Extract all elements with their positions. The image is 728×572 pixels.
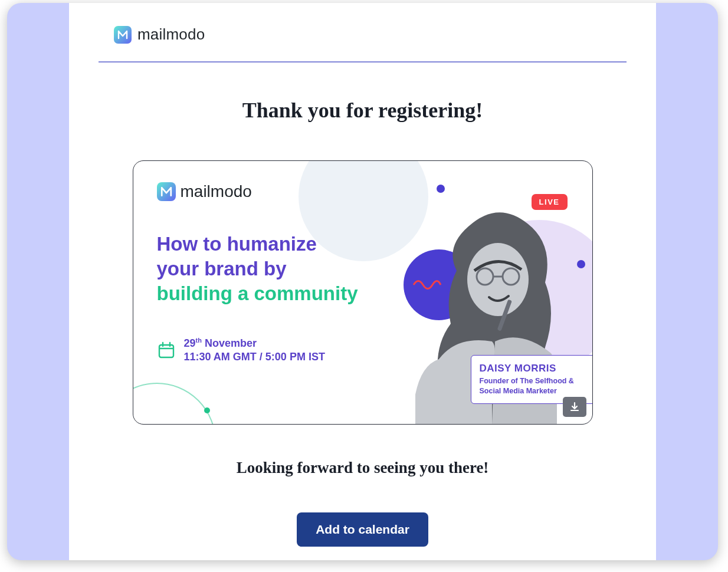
- add-to-calendar-button[interactable]: Add to calendar: [297, 512, 428, 547]
- brand-name: mailmodo: [137, 25, 205, 44]
- event-title: How to humanize your brand by building a…: [157, 232, 405, 307]
- event-time: 11:30 AM GMT / 5:00 PM IST: [184, 350, 325, 364]
- promo-brand: mailmodo: [157, 182, 569, 201]
- event-title-line: your brand by: [157, 257, 405, 281]
- event-date-day: 29: [184, 337, 196, 349]
- download-button[interactable]: [563, 397, 586, 417]
- sub-headline: Looking forward to seeing you there!: [99, 459, 627, 477]
- outer-frame: mailmodo Thank you for registering!: [7, 3, 718, 560]
- event-date-month: November: [202, 337, 257, 349]
- speaker-name: DAISY MORRIS: [480, 363, 587, 374]
- event-promo-card: mailmodo How to humanize your brand by b…: [133, 160, 593, 425]
- calendar-icon: [157, 341, 176, 360]
- event-date-text: 29th November 11:30 AM GMT / 5:00 PM IST: [184, 336, 325, 364]
- event-date-ord: th: [196, 337, 202, 344]
- download-icon: [569, 402, 580, 412]
- header-divider: [99, 61, 627, 63]
- email-body: mailmodo Thank you for registering!: [69, 3, 656, 560]
- speaker-role: Founder of The Selfhood & Social Media M…: [480, 376, 587, 396]
- promo-content: mailmodo How to humanize your brand by b…: [133, 161, 592, 424]
- brand-header: mailmodo: [114, 25, 627, 44]
- mailmodo-logo-icon: [114, 26, 132, 44]
- page-headline: Thank you for registering!: [99, 98, 627, 123]
- live-badge: LIVE: [532, 194, 568, 210]
- mailmodo-logo-icon: [157, 182, 176, 201]
- promo-brand-name: mailmodo: [181, 182, 252, 201]
- svg-rect-6: [159, 345, 173, 357]
- event-title-line: How to humanize: [157, 232, 405, 257]
- event-title-line: building a community: [157, 281, 405, 306]
